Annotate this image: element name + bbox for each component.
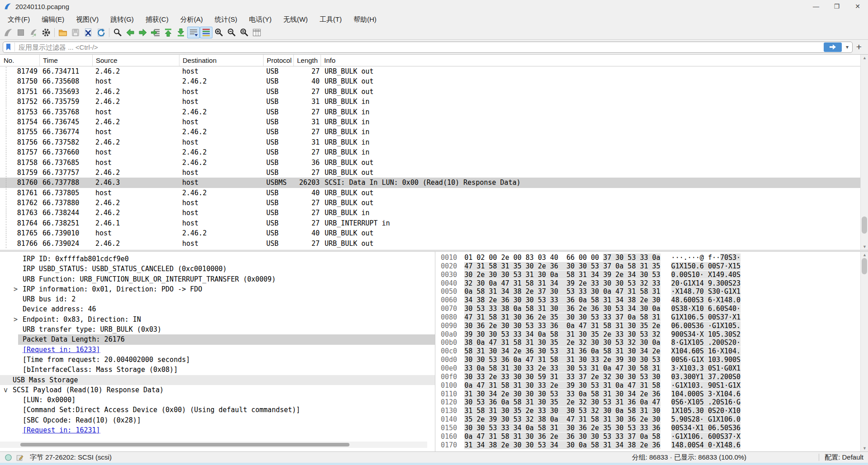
colorize-icon[interactable] bbox=[200, 27, 212, 38]
hex-bytes[interactable]: 31 30 34 2e 30 30 30 53 33 0a 58 31 30 3… bbox=[464, 390, 660, 399]
detail-row[interactable]: URB transfer type: URB_BULK (0x03) bbox=[0, 324, 435, 334]
collapse-arrow-icon[interactable]: v bbox=[4, 385, 8, 395]
restart-capture-icon[interactable] bbox=[27, 27, 40, 38]
details-hscrollbar[interactable] bbox=[0, 442, 427, 448]
hex-ascii[interactable]: ·X148.70 S30·G1X1 bbox=[671, 287, 741, 296]
detail-row[interactable]: >Endpoint: 0x83, Direction: IN bbox=[0, 315, 435, 324]
column-header[interactable]: Time bbox=[40, 55, 93, 66]
hex-bytes[interactable]: 30 33 2e 33 30 30 59 31 33 37 2e 32 30 3… bbox=[464, 373, 660, 381]
reload-icon[interactable] bbox=[94, 27, 107, 38]
packet-list-scroll-thumb[interactable] bbox=[862, 216, 867, 234]
detail-row[interactable]: [Request in: 16231] bbox=[0, 425, 435, 435]
open-file-icon[interactable] bbox=[57, 27, 69, 38]
detail-row[interactable]: [Request in: 16233] bbox=[0, 345, 435, 355]
display-filter-box[interactable]: ▾ bbox=[3, 42, 853, 53]
hex-bytes[interactable]: 30 53 33 38 0a 58 31 30 36 2e 36 30 53 3… bbox=[464, 305, 660, 313]
column-header[interactable]: Protocol bbox=[264, 55, 294, 66]
detail-row[interactable]: [bInterfaceClass: Mass Storage (0x08)] bbox=[0, 365, 435, 375]
resize-columns-icon[interactable] bbox=[250, 27, 263, 38]
packet-row[interactable]: 8176566.739010host2.46.2USB40URB_BULK ou… bbox=[0, 228, 868, 238]
packet-row[interactable]: 8175266.7357592.46.2hostUSB31URB_BULK in bbox=[0, 97, 868, 107]
hex-ascii[interactable]: 5.90S28· G1X106.0 bbox=[671, 415, 741, 424]
hex-row[interactable]: 006034 38 2e 36 30 30 53 33 36 0a 58 31 … bbox=[437, 296, 860, 305]
capture-comment-icon[interactable] bbox=[16, 454, 24, 461]
filter-dropdown-caret[interactable]: ▾ bbox=[846, 44, 849, 50]
apply-filter-button[interactable] bbox=[824, 42, 842, 52]
menu-item[interactable]: 编辑(E) bbox=[36, 13, 70, 26]
hex-bytes[interactable]: 01 02 00 2e 00 83 03 40 66 00 00 37 30 5… bbox=[464, 254, 660, 262]
hex-bytes[interactable]: 33 0a 58 31 30 33 2e 33 30 53 31 0a 47 3… bbox=[464, 364, 660, 373]
detail-row[interactable]: [LUN: 0x0000] bbox=[0, 395, 435, 405]
close-file-icon[interactable] bbox=[82, 27, 94, 38]
packet-row[interactable]: 8175166.7356932.46.2hostUSB27URB_BULK ou… bbox=[0, 87, 868, 97]
detail-row[interactable]: Packet Data Length: 26176 bbox=[0, 334, 435, 344]
detail-row[interactable]: [SBC Opcode: Read(10) (0x28)] bbox=[0, 415, 435, 425]
hex-bytes[interactable]: 30 30 53 33 34 0a 58 31 30 36 2e 35 30 5… bbox=[464, 424, 660, 432]
packet-row[interactable]: 8175466.7367452.46.2hostUSB31URB_BULK in bbox=[0, 117, 868, 127]
hex-bytes[interactable]: 0a 47 31 58 31 30 36 2e 36 30 30 53 33 3… bbox=[464, 432, 660, 441]
packet-row[interactable]: 8176666.7390242.46.2hostUSB27URB_BULK ou… bbox=[0, 239, 868, 249]
hex-row[interactable]: 003030 2e 30 30 53 31 30 0a 58 31 34 39 … bbox=[437, 271, 860, 279]
hex-ascii[interactable]: 0.00S10· X149.40S bbox=[671, 271, 741, 279]
hex-ascii[interactable]: G1X150.6 00S7·X15 bbox=[671, 262, 741, 271]
hex-row[interactable]: 00e033 0a 58 31 30 33 2e 33 30 53 31 0a … bbox=[437, 364, 860, 373]
hex-row[interactable]: 008047 31 58 31 30 36 2e 35 30 30 53 33 … bbox=[437, 313, 860, 322]
hex-ascii[interactable]: ·G1X103. 90S1·G1X bbox=[671, 381, 741, 390]
hex-bytes[interactable]: 47 31 58 31 35 30 2e 36 30 30 53 37 0a 5… bbox=[464, 262, 660, 271]
hex-row[interactable]: 007030 53 33 38 0a 58 31 30 36 2e 36 30 … bbox=[437, 305, 860, 313]
capture-options-icon[interactable] bbox=[40, 27, 52, 38]
menu-item[interactable]: 捕获(C) bbox=[140, 13, 175, 26]
hex-ascii[interactable]: 00S6·G1X 103.900S bbox=[671, 356, 741, 364]
hex-row[interactable]: 004032 30 0a 47 31 58 31 34 39 2e 33 30 … bbox=[437, 279, 860, 288]
packet-row[interactable]: 8174966.7347112.46.2hostUSB27URB_BULK ou… bbox=[0, 66, 868, 76]
expand-arrow-icon[interactable]: > bbox=[14, 315, 18, 324]
hex-bytes[interactable]: 39 30 30 53 33 34 0a 58 31 30 35 2e 33 3… bbox=[464, 330, 660, 339]
packet-row[interactable]: 8176066.7377882.46.3hostUSBMS26203SCSI: … bbox=[0, 178, 868, 188]
hex-bytes[interactable]: 34 38 2e 36 30 30 53 33 36 0a 58 31 34 3… bbox=[464, 296, 660, 305]
hex-row[interactable]: 00d030 30 53 36 0a 47 31 58 31 30 33 2e … bbox=[437, 356, 860, 364]
hex-row[interactable]: 00f030 33 2e 33 30 30 59 31 33 37 2e 32 … bbox=[437, 373, 860, 381]
packet-row[interactable]: 8175966.7377572.46.2hostUSB27URB_BULK ou… bbox=[0, 168, 868, 178]
hex-bytes[interactable]: 30 53 36 0a 58 31 30 35 2e 32 30 53 31 3… bbox=[464, 398, 660, 407]
hex-row[interactable]: 00a039 30 30 53 33 34 0a 58 31 30 35 2e … bbox=[437, 330, 860, 339]
auto-scroll-icon[interactable] bbox=[187, 27, 200, 38]
hex-ascii[interactable]: ·G1X106. 600S37·X bbox=[671, 432, 741, 441]
hex-ascii[interactable]: 03.300Y1 37.200S0 bbox=[671, 373, 741, 381]
scroll-up-arrow[interactable]: ▲ bbox=[861, 253, 868, 257]
column-header[interactable]: Source bbox=[93, 55, 179, 66]
hex-row[interactable]: 001001 02 00 2e 00 83 03 40 66 00 00 37 … bbox=[437, 254, 860, 262]
menu-item[interactable]: 无线(W) bbox=[278, 13, 314, 26]
hex-bytes[interactable]: 58 31 30 34 2e 36 30 53 31 36 0a 58 31 3… bbox=[464, 347, 660, 356]
start-capture-icon[interactable] bbox=[2, 27, 14, 38]
details-hscroll-thumb[interactable] bbox=[20, 443, 349, 446]
detail-row[interactable]: [Time from request: 20.004002000 seconds… bbox=[0, 355, 435, 365]
add-filter-button[interactable]: + bbox=[853, 41, 865, 53]
menu-item[interactable]: 电话(Y) bbox=[243, 13, 278, 26]
menu-item[interactable]: 帮助(H) bbox=[348, 13, 382, 26]
filter-bookmark-icon[interactable] bbox=[5, 42, 15, 52]
detail-row[interactable]: IRP USBD_STATUS: USBD_STATUS_CANCELED (0… bbox=[0, 264, 435, 274]
go-back-icon[interactable] bbox=[124, 27, 137, 38]
hex-row[interactable]: 017031 34 38 2e 30 30 53 34 30 0a 58 31 … bbox=[437, 441, 860, 450]
expert-info-icon[interactable] bbox=[5, 454, 12, 461]
go-to-packet-icon[interactable] bbox=[149, 27, 162, 38]
minimize-button[interactable]: — bbox=[806, 0, 826, 13]
hex-row[interactable]: 011031 30 34 2e 30 30 30 53 33 0a 58 31 … bbox=[437, 390, 860, 399]
hex-row[interactable]: 002047 31 58 31 35 30 2e 36 30 30 53 37 … bbox=[437, 262, 860, 271]
go-last-icon[interactable] bbox=[175, 27, 187, 38]
menu-item[interactable]: 工具(T) bbox=[314, 13, 348, 26]
hex-ascii[interactable]: 1X105.30 0S20·X10 bbox=[671, 407, 741, 415]
detail-row[interactable]: USB Mass Storage bbox=[0, 375, 435, 385]
save-file-icon[interactable] bbox=[69, 27, 82, 38]
hex-row[interactable]: 01600a 47 31 58 31 30 36 2e 36 30 30 53 … bbox=[437, 432, 860, 441]
hex-ascii[interactable]: 20·G1X14 9.300S23 bbox=[671, 279, 741, 288]
zoom-reset-icon[interactable] bbox=[238, 27, 250, 38]
zoom-out-icon[interactable] bbox=[225, 27, 238, 38]
packet-row[interactable]: 8175766.737660host2.46.2USB27URB_BULK in bbox=[0, 147, 868, 157]
hex-row[interactable]: 00c058 31 30 34 2e 36 30 53 31 36 0a 58 … bbox=[437, 347, 860, 356]
hex-ascii[interactable]: 8·G1X105 .200S20· bbox=[671, 338, 741, 347]
menu-item[interactable]: 分析(A) bbox=[175, 13, 209, 26]
packet-row[interactable]: 8175366.735768host2.46.2USB27URB_BULK in bbox=[0, 107, 868, 117]
hex-bytes[interactable]: 31 34 38 2e 30 30 53 34 30 0a 58 31 34 3… bbox=[464, 441, 660, 450]
stop-capture-icon[interactable] bbox=[14, 27, 27, 38]
